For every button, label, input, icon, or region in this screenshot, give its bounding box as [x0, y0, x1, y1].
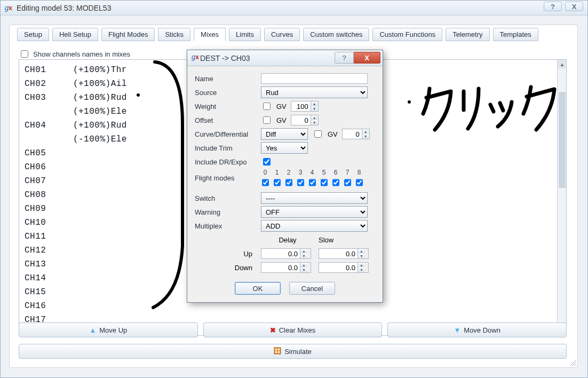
fm-check-8[interactable]	[355, 177, 363, 188]
curve-label: Curve/Differential	[195, 130, 257, 138]
name-field[interactable]	[261, 73, 368, 84]
main-window: gx Editing model 53: MODEL53 ? X SetupHe…	[0, 0, 588, 378]
fm-label-7: 7	[343, 169, 352, 176]
tab-telemetry[interactable]: Telemetry	[446, 28, 489, 41]
switch-label: Switch	[195, 194, 257, 202]
svg-text:x: x	[9, 4, 13, 12]
dialog-app-icon: gx	[192, 53, 200, 63]
warning-select[interactable]: OFF	[261, 206, 368, 218]
curve-gv-checkbox[interactable]	[314, 130, 322, 138]
delay-header: Delay	[261, 236, 314, 244]
dest-dialog: gx DEST -> CH03 ? X Name Source Rud Weig…	[187, 50, 383, 303]
window-title: Editing model 53: MODEL53	[17, 4, 111, 12]
offset-spinner[interactable]: ▲▼	[291, 115, 319, 125]
ok-button[interactable]: OK	[235, 282, 281, 295]
delay-down-spinner[interactable]: ▲▼	[261, 262, 311, 273]
offset-gv-checkbox[interactable]	[263, 116, 271, 124]
tab-custom-functions[interactable]: Custom Functions	[372, 28, 442, 41]
move-down-button[interactable]: ▼ Move Down	[387, 322, 567, 337]
weight-label: Weight	[195, 103, 257, 111]
resize-grip[interactable]	[569, 359, 576, 366]
show-channels-label: Show channels names in mixes	[33, 50, 130, 58]
warning-label: Warning	[195, 208, 257, 216]
tab-sticks[interactable]: Sticks	[158, 28, 190, 41]
dialog-close-button[interactable]: X	[354, 52, 380, 64]
arrow-down-icon: ▼	[454, 326, 460, 334]
tab-flight-modes[interactable]: Flight Modes	[101, 28, 155, 41]
svg-rect-6	[278, 351, 280, 353]
titlebar: gx Editing model 53: MODEL53 ? X	[1, 1, 587, 15]
fm-check-3[interactable]	[296, 177, 305, 188]
simulate-button[interactable]: Simulate	[19, 344, 567, 359]
switch-select[interactable]: ----	[261, 192, 368, 204]
fm-label-0: 0	[261, 169, 269, 176]
weight-spinner[interactable]: ▲▼	[291, 101, 319, 112]
svg-rect-3	[275, 349, 277, 350]
cancel-button[interactable]: Cancel	[289, 282, 335, 295]
offset-gv-label: GV	[276, 116, 287, 124]
weight-gv-checkbox[interactable]	[263, 103, 271, 110]
fm-check-5[interactable]	[320, 177, 328, 188]
fm-check-6[interactable]	[331, 177, 340, 188]
show-channels-checkbox[interactable]	[21, 50, 28, 58]
trim-select[interactable]: Yes	[261, 142, 308, 154]
annotation-dot	[137, 93, 140, 97]
tab-mixes[interactable]: Mixes	[194, 28, 226, 41]
tab-custom-switches[interactable]: Custom switches	[303, 28, 369, 41]
delay-up-spinner[interactable]: ▲▼	[261, 248, 311, 259]
scroll-up-icon[interactable]: ▲	[558, 60, 567, 69]
curve-spinner[interactable]: ▲▼	[342, 129, 370, 139]
up-label: Up	[195, 250, 257, 258]
scrollbar[interactable]: ▲ ▼	[557, 60, 566, 335]
slow-header: Slow	[319, 236, 377, 244]
svg-text:x: x	[195, 53, 200, 61]
svg-rect-4	[278, 349, 280, 350]
multiplex-label: Multiplex	[195, 222, 257, 230]
help-button[interactable]: ?	[544, 2, 562, 11]
scroll-thumb[interactable]	[559, 92, 566, 188]
fm-check-7[interactable]	[343, 177, 352, 188]
slow-up-spinner[interactable]: ▲▼	[319, 248, 369, 259]
curve-gv-label: GV	[328, 130, 338, 138]
dialog-titlebar: gx DEST -> CH03 ? X	[187, 50, 383, 66]
close-button[interactable]: X	[565, 2, 583, 11]
fm-label-3: 3	[296, 169, 305, 176]
app-icon: gx	[5, 4, 13, 12]
source-select[interactable]: Rud	[261, 86, 368, 98]
curve-type-select[interactable]: Diff	[261, 128, 308, 140]
slow-down-spinner[interactable]: ▲▼	[319, 262, 369, 273]
flight-modes-group: 012345678	[261, 169, 363, 188]
dr-label: Include DR/Expo	[195, 158, 257, 166]
dialog-help-button[interactable]: ?	[335, 52, 354, 64]
fm-check-1[interactable]	[273, 177, 281, 188]
multiplex-select[interactable]: ADD	[261, 220, 368, 232]
clear-mixes-button[interactable]: ✖ Clear Mixes	[203, 322, 383, 337]
cross-icon: ✖	[270, 326, 276, 334]
fm-check-4[interactable]	[308, 177, 316, 188]
svg-line-9	[575, 365, 576, 366]
name-label: Name	[195, 75, 257, 83]
fm-label-4: 4	[308, 169, 316, 176]
fm-check-2[interactable]	[284, 177, 293, 188]
offset-label: Offset	[195, 116, 257, 124]
tab-limits[interactable]: Limits	[229, 28, 261, 41]
trim-label: Include Trim	[195, 144, 257, 152]
move-up-button[interactable]: ▲ Move Up	[19, 322, 198, 337]
tab-setup[interactable]: Setup	[17, 28, 49, 41]
dialog-title: DEST -> CH03	[200, 54, 250, 62]
fm-label-6: 6	[331, 169, 340, 176]
simulate-icon	[274, 347, 281, 356]
tab-heli-setup[interactable]: Heli Setup	[52, 28, 98, 41]
show-channels-row[interactable]: Show channels names in mixes	[19, 49, 130, 59]
fm-check-0[interactable]	[261, 177, 269, 188]
svg-rect-5	[275, 351, 277, 353]
tab-bar: SetupHeli SetupFlight ModesSticksMixesLi…	[17, 28, 538, 41]
dr-checkbox[interactable]	[263, 158, 271, 166]
fm-label-8: 8	[355, 169, 363, 176]
tab-templates[interactable]: Templates	[493, 28, 538, 41]
weight-gv-label: GV	[276, 103, 287, 111]
flight-modes-label: Flight modes	[195, 169, 257, 182]
fm-label-2: 2	[284, 169, 293, 176]
tab-curves[interactable]: Curves	[264, 28, 300, 41]
fm-label-1: 1	[273, 169, 281, 176]
